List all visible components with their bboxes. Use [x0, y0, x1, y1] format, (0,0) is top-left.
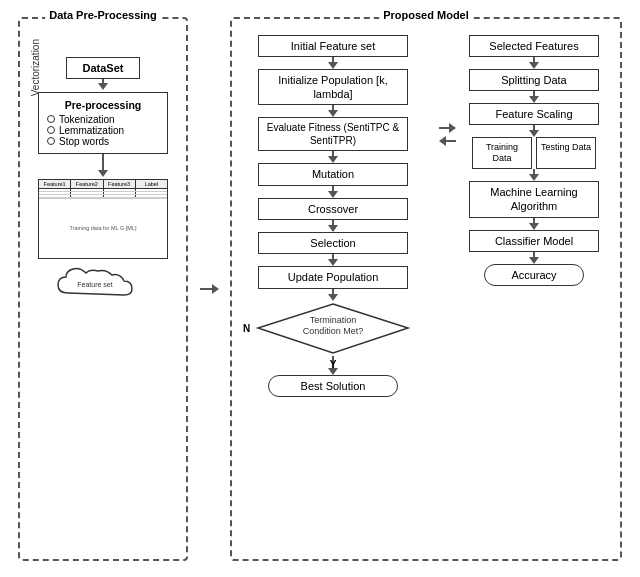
- box-classifier-model: Classifier Model: [469, 230, 599, 252]
- box-ml-algo: Machine Learning Algorithm: [469, 181, 599, 218]
- preproc-item-stopwords: Stop words: [47, 136, 159, 147]
- dataset-box: DataSet: [66, 57, 141, 79]
- box-selection: Selection: [258, 232, 408, 254]
- box-splitting-data: Splitting Data: [469, 69, 599, 91]
- left-panel: Data Pre-Processing DataSet Pre-processi…: [18, 17, 188, 561]
- training-testing-row: Training Data Testing Data: [472, 137, 596, 169]
- box-mutation: Mutation: [258, 163, 408, 185]
- box-crossover: Crossover: [258, 198, 408, 220]
- feature-table: Feature1 Feature2 Feature3 Label: [38, 179, 168, 259]
- box-feature-scaling: Feature Scaling: [469, 103, 599, 125]
- bullet-stopwords: [47, 137, 55, 145]
- right-panel-title: Proposed Model: [379, 9, 473, 21]
- svg-text:Termination: Termination: [310, 315, 357, 325]
- svg-text:Condition Met?: Condition Met?: [303, 326, 364, 336]
- n-label: N: [243, 323, 250, 334]
- preproc-item-lemmatization: Lemmatization: [47, 125, 159, 136]
- th-2: Feature2: [71, 180, 103, 188]
- cloud-shape: Feature set: [48, 263, 158, 301]
- mid-column: Initial Feature set Initialize Populatio…: [238, 27, 428, 551]
- th-1: Feature1: [39, 180, 71, 188]
- diamond-svg: Termination Condition Met?: [253, 301, 413, 356]
- th-label: Label: [136, 180, 167, 188]
- th-3: Feature3: [104, 180, 136, 188]
- table-header-row: Feature1 Feature2 Feature3 Label: [39, 180, 167, 189]
- diagram-container: Data Pre-Processing DataSet Pre-processi…: [10, 9, 630, 569]
- box-training-data: Training Data: [472, 137, 532, 169]
- box-best-solution: Best Solution: [268, 375, 398, 397]
- box-update-population: Update Population: [258, 266, 408, 288]
- right-column: Selected Features Splitting Data Feature…: [454, 27, 614, 551]
- bullet-lemmatization: [47, 126, 55, 134]
- preproc-box: Pre-processing Tokenization Lemmatizatio…: [38, 92, 168, 154]
- box-selected-features: Selected Features: [469, 35, 599, 57]
- panel-connector: [194, 17, 224, 561]
- preproc-item-tokenization: Tokenization: [47, 114, 159, 125]
- table-text: Training data for ML G [ML]: [70, 225, 137, 232]
- evaluate-row: Evaluate Fitness (SentiTPC & SentiTPR): [238, 117, 428, 151]
- preproc-title: Pre-processing: [47, 99, 159, 111]
- box-initial-feature: Initial Feature set: [258, 35, 408, 57]
- box-accuracy: Accuracy: [484, 264, 584, 286]
- y-label: Y: [330, 359, 337, 370]
- double-arrow: [439, 123, 456, 146]
- box-evaluate: Evaluate Fitness (SentiTPC & SentiTPR): [258, 117, 408, 151]
- left-panel-title: Data Pre-Processing: [45, 9, 161, 21]
- right-panel: Proposed Model Initial Feature set Initi…: [230, 17, 622, 561]
- box-testing-data: Testing Data: [536, 137, 596, 169]
- vectorization-label: Vectorization: [30, 39, 41, 96]
- diamond-termination: Termination Condition Met? N Y: [253, 301, 413, 356]
- box-init-population: Initialize Population [k, lambda]: [258, 69, 408, 106]
- svg-text:Feature set: Feature set: [77, 281, 112, 288]
- bullet-tokenization: [47, 115, 55, 123]
